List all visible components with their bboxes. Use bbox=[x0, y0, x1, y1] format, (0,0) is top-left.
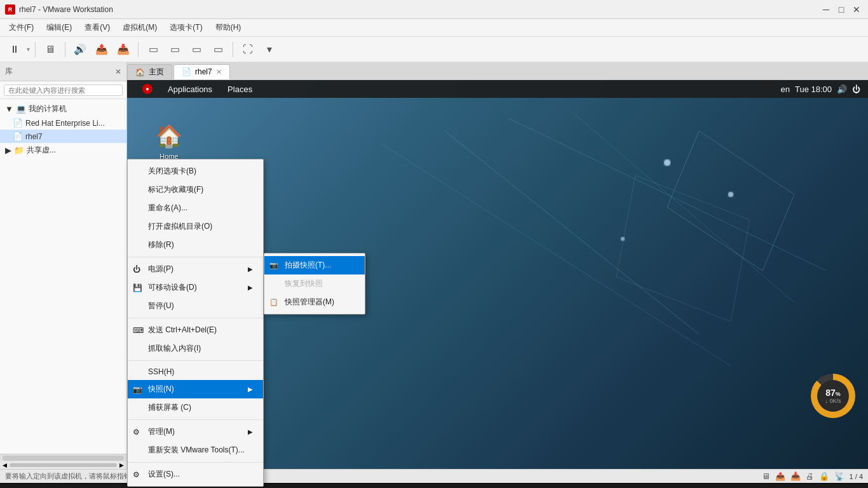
toolbar-dropdown[interactable]: ▾ bbox=[27, 46, 30, 53]
ctx-sep5 bbox=[128, 462, 263, 463]
desktop-icon-home[interactable]: 🏠 Home bbox=[146, 118, 192, 163]
taskbar-search[interactable]: 🔍 bbox=[28, 485, 51, 489]
toolbar-btn-audio[interactable]: 🔊 bbox=[71, 40, 90, 59]
tab-rhel7[interactable]: 📄 rhel7 ✕ bbox=[173, 64, 230, 79]
sub-take-snapshot[interactable]: 📷 拍摄快照(T)... bbox=[264, 256, 365, 274]
tab-rhel7-label: rhel7 bbox=[195, 67, 212, 76]
sidebar-item-rhel-enterprise[interactable]: 📄 Red Hat Enterprise Li... bbox=[0, 116, 126, 130]
sidebar: 库 ✕ ▼ 💻 我的计算机 📄 Red Hat Enterprise Li...… bbox=[0, 62, 127, 469]
take-snapshot-icon: 📷 bbox=[269, 261, 278, 269]
ctx-reinstall-label: 重新安装 VMware Tools(T)... bbox=[148, 445, 245, 456]
sub-restore-snapshot-label: 恢复到快照 bbox=[285, 278, 323, 289]
ctx-sep3 bbox=[128, 360, 263, 361]
menu-tab[interactable]: 选项卡(T) bbox=[163, 20, 208, 36]
svg-line-2 bbox=[381, 144, 731, 366]
power-icon: ⏻ bbox=[133, 265, 140, 274]
ctx-capture-input[interactable]: 抓取输入内容(I) bbox=[128, 339, 263, 358]
gnome-volume-icon[interactable]: 🔊 bbox=[837, 85, 847, 94]
sidebar-close-button[interactable]: ✕ bbox=[115, 67, 121, 76]
status-icon-signal: 📡 bbox=[834, 471, 844, 481]
toolbar: ⏸ ▾ 🖥 🔊 📤 📥 ▭ ▭ ▭ ▭ ⛶ ▾ bbox=[0, 37, 868, 62]
toolbar-pause[interactable]: ⏸ bbox=[5, 40, 24, 59]
ctx-mark-favorite[interactable]: 标记为收藏项(F) bbox=[128, 180, 263, 199]
tab-home[interactable]: 🏠 主页 bbox=[127, 64, 172, 79]
toolbar-btn-win4[interactable]: ▭ bbox=[208, 40, 227, 59]
toolbar-btn-fullscreen[interactable]: ⛶ bbox=[238, 40, 257, 59]
ctx-settings-label: 设置(S)... bbox=[148, 469, 180, 480]
gnome-power-icon[interactable]: ⏻ bbox=[852, 85, 860, 94]
scroll-right-arrow[interactable]: ▶ bbox=[119, 462, 124, 468]
ctx-sep2 bbox=[128, 318, 263, 318]
taskbar-task-view[interactable]: ⊞ bbox=[51, 485, 74, 489]
sidebar-hscroll[interactable]: ◀ ▶ bbox=[0, 461, 126, 469]
svg-line-0 bbox=[445, 131, 699, 334]
toolbar-sep3 bbox=[138, 42, 139, 57]
statusbar-right: 🖥 📤 📥 🖨 🔒 📡 1 / 4 bbox=[762, 471, 863, 481]
tab-close-button[interactable]: ✕ bbox=[216, 68, 222, 76]
perf-speed: ↓ 0K/s bbox=[825, 398, 841, 404]
minimize-button[interactable]: ─ bbox=[820, 3, 832, 16]
svg-marker-7 bbox=[667, 131, 794, 271]
ctx-open-dir[interactable]: 打开虚拟机目录(O) bbox=[128, 217, 263, 236]
menu-view[interactable]: 查看(V) bbox=[78, 20, 116, 36]
gnome-places-menu[interactable]: Places bbox=[220, 80, 260, 98]
svg-point-5 bbox=[728, 192, 733, 197]
search-input[interactable] bbox=[4, 85, 123, 96]
ctx-ssh[interactable]: SSH(H) bbox=[128, 363, 263, 380]
scroll-left-arrow[interactable]: ◀ bbox=[3, 462, 7, 468]
expand-icon: ▼ bbox=[5, 104, 13, 114]
toolbar-btn-vm[interactable]: 🖥 bbox=[41, 40, 60, 59]
toolbar-btn-win2[interactable]: ▭ bbox=[165, 40, 184, 59]
sidebar-item-my-computer[interactable]: ▼ 💻 我的计算机 bbox=[0, 102, 126, 116]
sub-snapshot-manager[interactable]: 📋 快照管理器(M) bbox=[264, 293, 365, 311]
hscroll-track bbox=[10, 463, 117, 467]
status-icon-print: 🖨 bbox=[806, 471, 814, 481]
gnome-app-icon[interactable]: ● bbox=[135, 80, 160, 98]
toolbar-btn-win3[interactable]: ▭ bbox=[187, 40, 206, 59]
ctx-manage-label: 管理(M) bbox=[148, 426, 175, 437]
ctx-manage[interactable]: ⚙ 管理(M) ▶ bbox=[128, 423, 263, 441]
svg-line-1 bbox=[508, 118, 826, 271]
toolbar-btn-more[interactable]: ▾ bbox=[260, 40, 279, 59]
ctx-snapshot[interactable]: 📷 快照(N) ▶ bbox=[128, 380, 263, 398]
sidebar-scrollbar[interactable] bbox=[0, 454, 126, 461]
toolbar-btn-up[interactable]: 📤 bbox=[92, 40, 111, 59]
ctx-close-tab[interactable]: 关闭选项卡(B) bbox=[128, 162, 263, 180]
ctx-pause[interactable]: 暂停(U) bbox=[128, 297, 263, 315]
svg-point-4 bbox=[664, 159, 670, 166]
removable-icon: 💾 bbox=[133, 283, 142, 292]
ctx-remove-label: 移除(R) bbox=[148, 240, 174, 250]
svg-marker-8 bbox=[616, 175, 750, 322]
gnome-time: Tue 18:00 bbox=[795, 85, 832, 94]
close-button[interactable]: ✕ bbox=[850, 3, 863, 16]
toolbar-btn-win1[interactable]: ▭ bbox=[144, 40, 163, 59]
status-page-info: 1 / 4 bbox=[850, 473, 863, 480]
ctx-settings[interactable]: ⚙ 设置(S)... bbox=[128, 465, 263, 484]
toolbar-btn-down[interactable]: 📥 bbox=[114, 40, 133, 59]
ctx-send-ctrl-label: 发送 Ctrl+Alt+Del(E) bbox=[148, 325, 217, 336]
expand-icon: ▶ bbox=[5, 146, 11, 155]
gnome-applications-menu[interactable]: Applications bbox=[160, 80, 220, 98]
ctx-power[interactable]: ⏻ 电源(P) ▶ bbox=[128, 260, 263, 278]
menu-file[interactable]: 文件(F) bbox=[3, 20, 40, 36]
maximize-button[interactable]: □ bbox=[835, 3, 848, 16]
sidebar-item-rhel7[interactable]: 📄 rhel7 bbox=[0, 130, 126, 143]
ctx-remove[interactable]: 移除(R) bbox=[128, 236, 263, 254]
menu-vm[interactable]: 虚拟机(M) bbox=[116, 20, 163, 36]
ctx-capture-screen[interactable]: 捕获屏幕 (C) bbox=[128, 398, 263, 417]
snapshot-manager-icon: 📋 bbox=[269, 298, 278, 306]
taskbar-files[interactable]: 📁 bbox=[102, 485, 125, 489]
ctx-reinstall[interactable]: 重新安装 VMware Tools(T)... bbox=[128, 441, 263, 459]
ctx-rename[interactable]: 重命名(A)... bbox=[128, 199, 263, 217]
menu-edit[interactable]: 编辑(E) bbox=[40, 20, 78, 36]
status-icon-upload: 📤 bbox=[775, 471, 785, 481]
start-button[interactable]: ⊞ bbox=[3, 485, 28, 489]
sidebar-item-shared[interactable]: ▶ 📁 共享虚... bbox=[0, 143, 126, 158]
snapshot-submenu-arrow: ▶ bbox=[248, 386, 253, 393]
main-area: 库 ✕ ▼ 💻 我的计算机 📄 Red Hat Enterprise Li...… bbox=[0, 62, 868, 469]
ctx-send-ctrl[interactable]: ⌨ 发送 Ctrl+Alt+Del(E) bbox=[128, 321, 263, 339]
taskbar-vmware[interactable]: ▣ bbox=[79, 485, 102, 489]
folder-icon: 📁 bbox=[14, 146, 24, 155]
ctx-removable[interactable]: 💾 可移动设备(D) ▶ bbox=[128, 278, 263, 297]
menu-help[interactable]: 帮助(H) bbox=[209, 20, 248, 36]
